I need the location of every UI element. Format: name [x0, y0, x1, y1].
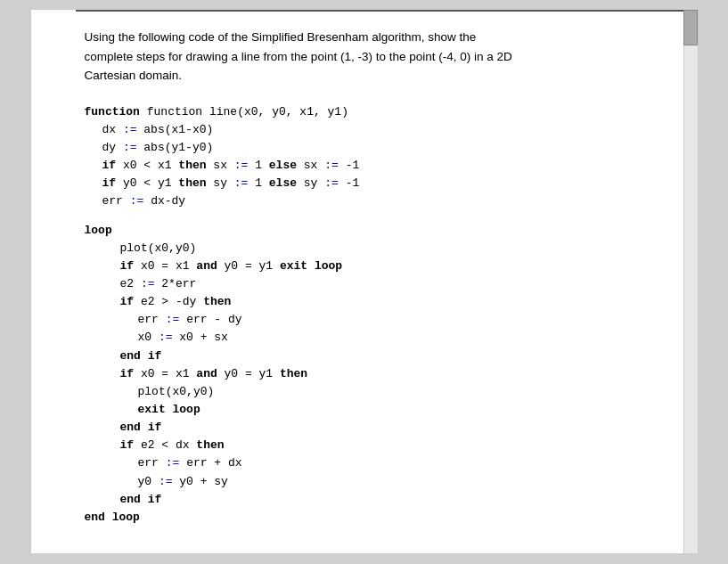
end-if1: end if: [85, 347, 662, 365]
end-loop: end loop: [85, 509, 662, 527]
end-if3: end if: [85, 491, 662, 509]
plot1: plot(x0,y0): [85, 240, 662, 257]
code-block: function function line(x0, y0, x1, y1) d…: [85, 103, 662, 527]
line-dy: dy := abs(y1-y0): [85, 139, 662, 157]
e2-line: e2 := 2*err: [85, 275, 662, 293]
plot2: plot(x0,y0): [85, 383, 662, 401]
intro-line3: Cartesian domain.: [85, 69, 183, 82]
line-err: err := dx-dy: [85, 192, 662, 210]
line-sx: if x0 < x1 then sx := 1 else sx := -1: [85, 157, 662, 175]
scrollbar[interactable]: [683, 10, 698, 553]
exit-loop: exit loop: [85, 401, 662, 419]
intro-line2: complete steps for drawing a line from t…: [85, 50, 512, 63]
line-dx: dx := abs(x1-x0): [85, 121, 662, 139]
err-minus-dy: err := err - dy: [85, 311, 662, 329]
end-if2: end if: [85, 419, 662, 437]
exit-cond: if x0 = x1 and y0 = y1 exit loop: [85, 257, 662, 275]
top-border: [76, 10, 698, 12]
if-x0-eq: if x0 = x1 and y0 = y1 then: [85, 365, 662, 383]
x0-sx: x0 := x0 + sx: [85, 329, 662, 347]
intro-line1: Using the following code of the Simplifi…: [85, 30, 477, 44]
loop-keyword: loop: [85, 222, 662, 240]
if-e2-pos: if e2 < dx then: [85, 437, 662, 454]
scrollbar-thumb[interactable]: [683, 10, 698, 45]
func-signature: function function line(x0, y0, x1, y1): [85, 103, 662, 121]
if-e2-neg: if e2 > -dy then: [85, 293, 662, 311]
err-plus-dx: err := err + dx: [85, 454, 662, 472]
y0-sy: y0 := y0 + sy: [85, 473, 662, 491]
page-container: Using the following code of the Simplifi…: [30, 9, 699, 554]
intro-paragraph: Using the following code of the Simplifi…: [85, 28, 662, 86]
line-sy: if y0 < y1 then sy := 1 else sy := -1: [85, 175, 662, 192]
